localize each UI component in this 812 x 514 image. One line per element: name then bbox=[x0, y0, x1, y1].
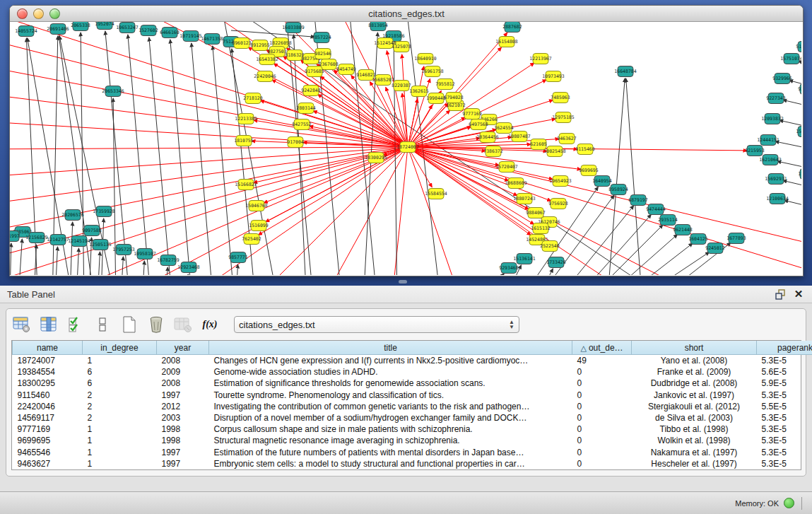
graph-node[interactable]: 9115460 bbox=[575, 144, 594, 155]
graph-node[interactable]: 6466160 bbox=[160, 28, 179, 38]
graph-node[interactable]: 16648784 bbox=[614, 66, 636, 77]
graph-node[interactable]: 10719145 bbox=[180, 31, 201, 42]
graph-node[interactable]: 7857224 bbox=[312, 33, 331, 43]
table-options-icon[interactable] bbox=[12, 315, 32, 334]
graph-node[interactable]: 17957253 bbox=[112, 245, 134, 255]
float-window-icon[interactable] bbox=[774, 288, 787, 300]
table-row[interactable]: 1456911722003Disruption of a novel membe… bbox=[13, 412, 812, 424]
graph-node[interactable]: 15751074 bbox=[780, 54, 801, 64]
graph-node[interactable]: 2887682 bbox=[502, 22, 522, 33]
graph-node[interactable]: 982546 bbox=[314, 49, 331, 59]
graph-node[interactable]: 12145194 bbox=[68, 236, 90, 247]
minimize-window-icon[interactable] bbox=[33, 8, 44, 19]
graph-node[interactable]: 5148201 bbox=[796, 42, 801, 52]
graph-node[interactable]: 20653346 bbox=[102, 86, 124, 97]
graph-node[interactable]: 9777169 bbox=[462, 109, 481, 119]
graph-node[interactable]: 15584554 bbox=[425, 189, 447, 199]
graph-node[interactable]: 22420046 bbox=[254, 71, 276, 82]
graph-node[interactable]: 9699695 bbox=[579, 165, 598, 176]
graph-node[interactable]: 9621448 bbox=[673, 225, 692, 235]
table-row[interactable]: 2242004622012Investigating the contribut… bbox=[13, 401, 812, 412]
graph-node[interactable]: 6497568 bbox=[469, 119, 488, 130]
graph-node[interactable]: 9756928 bbox=[548, 199, 567, 209]
graph-node[interactable]: 2718120 bbox=[243, 93, 262, 104]
table-row[interactable]: 977716911998Corpus callosum shape and si… bbox=[13, 424, 812, 435]
graph-node[interactable]: 9097588 bbox=[82, 226, 101, 236]
graph-node[interactable]: 9857771 bbox=[228, 252, 247, 263]
graph-node[interactable]: 7955812 bbox=[435, 79, 454, 90]
close-window-icon[interactable] bbox=[17, 8, 28, 19]
graph-node[interactable]: 12100634 bbox=[766, 194, 788, 204]
graph-node[interactable]: 2803144 bbox=[296, 103, 315, 114]
graph-node[interactable]: 1952074 bbox=[95, 22, 114, 30]
column-header-pagerank[interactable]: pagerank bbox=[757, 341, 812, 355]
table-row[interactable]: 946362711997Embryonic stem cells: a mode… bbox=[13, 458, 812, 469]
graph-node[interactable]: 9277432 bbox=[798, 84, 801, 95]
graph-node[interactable]: 10025458 bbox=[543, 146, 565, 157]
graph-node[interactable]: 18807243 bbox=[513, 194, 535, 204]
graph-node[interactable]: 12213389 bbox=[235, 114, 257, 124]
graph-node[interactable]: 16543382 bbox=[256, 54, 278, 65]
graph-node[interactable]: 8454749 bbox=[336, 64, 355, 75]
graph-node[interactable]: 1527602 bbox=[139, 25, 158, 36]
table-row[interactable]: 1938455462009Genome-wide association stu… bbox=[13, 366, 812, 378]
graph-node[interactable]: 9474444 bbox=[646, 204, 665, 215]
graph-node[interactable]: 16961758 bbox=[421, 66, 443, 77]
graph-node[interactable]: 15720407 bbox=[495, 162, 517, 173]
graph-node[interactable]: 3624554 bbox=[494, 123, 513, 134]
graph-node[interactable]: 16033809 bbox=[282, 23, 304, 33]
network-canvas[interactable]: 1405572420691406206533819520741065324715… bbox=[10, 22, 801, 275]
graph-node[interactable]: 917004 bbox=[287, 137, 304, 148]
graph-node[interactable]: 18640910 bbox=[414, 54, 436, 64]
graph-node[interactable]: 8427552 bbox=[292, 119, 311, 130]
column-header-short[interactable]: short bbox=[632, 341, 757, 355]
column-header-year[interactable]: year bbox=[157, 341, 209, 355]
table-select-dropdown[interactable]: citations_edges.txt ▲▼ bbox=[234, 316, 519, 333]
graph-node[interactable]: 9329966 bbox=[772, 74, 792, 84]
graph-node[interactable]: 16782759 bbox=[157, 255, 179, 266]
graph-node[interactable]: 14055724 bbox=[15, 26, 37, 37]
graph-node[interactable]: 1640954 bbox=[592, 176, 611, 187]
graph-node[interactable]: 12156829 bbox=[25, 233, 47, 243]
graph-node[interactable]: 2522540 bbox=[540, 241, 559, 252]
graph-node[interactable]: 2935114 bbox=[658, 215, 677, 226]
graph-node[interactable]: 12975185 bbox=[552, 112, 574, 123]
graph-node[interactable]: 15046768 bbox=[245, 201, 267, 211]
table-row[interactable]: 911546021997Tourette syndrome. Phenomeno… bbox=[13, 390, 812, 401]
graph-node[interactable]: 15685207 bbox=[372, 75, 394, 86]
graph-node[interactable]: 15692931 bbox=[765, 174, 787, 185]
row-height-icon[interactable] bbox=[93, 315, 112, 334]
graph-node[interactable]: 12093832 bbox=[761, 114, 783, 124]
graph-node[interactable]: 20206576 bbox=[61, 210, 83, 221]
graph-node[interactable]: 15136141 bbox=[513, 254, 535, 264]
close-panel-icon[interactable]: ✕ bbox=[792, 288, 805, 300]
graph-node[interactable]: 8958924 bbox=[608, 185, 628, 195]
graph-node[interactable]: 1516099 bbox=[249, 221, 268, 231]
graph-node[interactable]: 7485063 bbox=[551, 93, 570, 103]
select-all-columns-icon[interactable] bbox=[66, 315, 86, 334]
graph-node[interactable]: 1770214 bbox=[798, 169, 801, 180]
graph-node[interactable]: 18300295 bbox=[365, 153, 387, 163]
graph-node[interactable]: 9884067 bbox=[526, 208, 545, 218]
graph-node[interactable]: 10688609 bbox=[505, 178, 526, 189]
graph-node[interactable]: 621605 bbox=[530, 139, 547, 150]
graph-node[interactable]: 8813054 bbox=[368, 22, 387, 31]
column-header-out_degree[interactable]: △out_de… bbox=[572, 341, 632, 355]
graph-node[interactable]: 1598503 bbox=[796, 127, 801, 137]
graph-node[interactable]: 7386372 bbox=[483, 146, 502, 157]
network-window-titlebar[interactable]: citations_edges.txt bbox=[10, 6, 803, 22]
column-header-in_degree[interactable]: in_degree bbox=[83, 341, 157, 355]
column-header-title[interactable]: title bbox=[209, 341, 572, 355]
graph-node[interactable]: 8960123 bbox=[232, 38, 251, 49]
graph-node[interactable]: 9245012 bbox=[705, 243, 724, 254]
graph-node[interactable]: 18724007 bbox=[396, 142, 418, 153]
graph-node[interactable]: 1990448 bbox=[426, 93, 445, 104]
graph-node[interactable]: 1615132 bbox=[531, 223, 550, 234]
column-header-name[interactable]: name bbox=[13, 341, 83, 355]
graph-node[interactable]: 9463627 bbox=[557, 134, 576, 144]
graph-node[interactable]: 15166827 bbox=[235, 180, 257, 190]
graph-node[interactable]: 10958107 bbox=[134, 249, 155, 259]
graph-node[interactable]: 1733426 bbox=[546, 257, 565, 268]
graph-node[interactable]: 1810755 bbox=[234, 136, 253, 146]
graph-node[interactable]: 8215953 bbox=[745, 146, 764, 156]
